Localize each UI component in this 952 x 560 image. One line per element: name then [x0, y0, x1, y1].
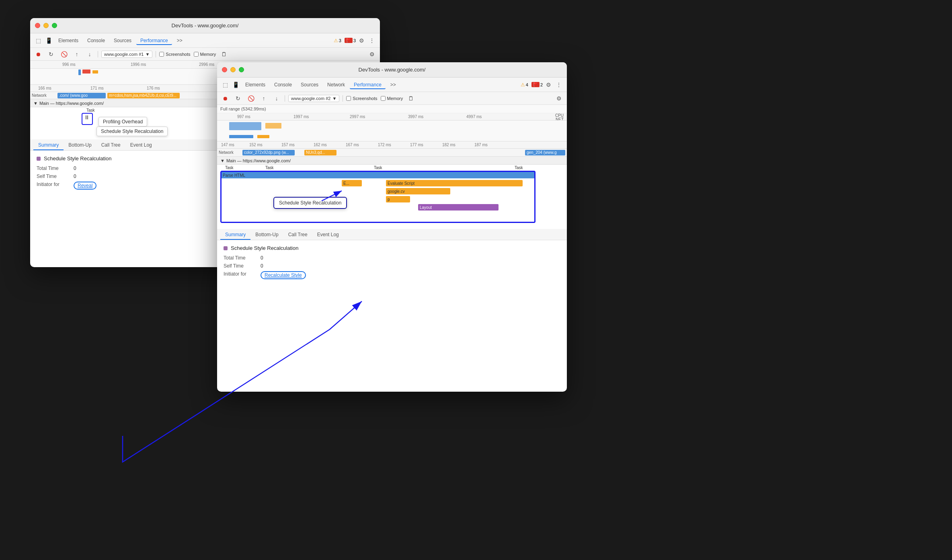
tab-call-tree-1[interactable]: Call Tree [96, 141, 125, 150]
separator-2 [156, 51, 156, 57]
record-button-2[interactable]: ⏺ [220, 94, 230, 103]
tab-bottom-up-1[interactable]: Bottom-Up [64, 141, 96, 150]
summary-panel-2: Schedule Style Recalculation Total Time … [217, 240, 567, 286]
more-button-1[interactable]: ⋮ [367, 36, 377, 45]
network-label-2: Network [219, 150, 241, 155]
tab-sources-2[interactable]: Sources [297, 80, 322, 89]
close-button-2[interactable] [222, 67, 227, 72]
warning-count-1: 3 [339, 38, 341, 43]
tabs-toolbar-2: ⬚ 📱 Elements Console Sources Network Per… [217, 78, 567, 92]
screenshots-checkbox-2[interactable]: Screenshots [346, 96, 377, 101]
tab-summary-2[interactable]: Summary [220, 230, 250, 240]
det-182: 182 ms [442, 143, 455, 147]
network-right-2: gen_204 (www.g [527, 150, 557, 155]
tab-event-log-2[interactable]: Event Log [312, 230, 344, 240]
cpu-bar-1 [229, 122, 261, 130]
det-177: 177 ms [410, 143, 423, 147]
det-167: 167 ms [346, 143, 359, 147]
total-time-value-2: 0 [261, 255, 263, 261]
flame-chart-2[interactable]: Task Task Task Task Parse HTML E... Eval… [217, 165, 567, 229]
minimize-button-1[interactable] [43, 23, 49, 28]
task-lbl-3: Task [374, 166, 382, 170]
target-selector-2[interactable]: www.google.com #2 ▼ [288, 95, 339, 102]
title-bar-1: DevTools - www.google.com/ [30, 18, 380, 33]
ovr-2997: 2997 ms [350, 114, 365, 119]
total-time-label-1: Total Time [37, 166, 69, 171]
flame-highlight-box [220, 171, 536, 223]
upload-button-1[interactable]: ↑ [72, 49, 82, 59]
ovr-4997: 4997 ms [466, 114, 482, 119]
tab-console-2[interactable]: Console [270, 80, 296, 89]
tab-performance-2[interactable]: Performance [350, 80, 386, 89]
target-selector-1[interactable]: www.google.com #1 ▼ [101, 51, 152, 58]
tab-bottom-up-2[interactable]: Bottom-Up [250, 230, 283, 240]
separator-1 [98, 51, 98, 57]
upload-button-2[interactable]: ↑ [259, 94, 269, 103]
tab-elements-2[interactable]: Elements [241, 80, 269, 89]
tabs-toolbar-1: ⬚ 📱 Elements Console Sources Performance… [30, 33, 380, 48]
memory-checkbox-1[interactable]: Memory [194, 52, 216, 57]
screenshots-input-2[interactable] [346, 96, 351, 101]
title-bar-2: DevTools - www.google.com/ [217, 62, 567, 78]
memory-icon-2[interactable]: 🗒 [406, 94, 416, 103]
memory-input-2[interactable] [381, 96, 386, 101]
inspect-icon[interactable]: ⬚ [33, 36, 43, 45]
network-file-2: color_272x92dp.png (w... [244, 150, 289, 155]
tab-summary-1[interactable]: Summary [33, 141, 64, 150]
self-time-row-2: Self Time 0 [224, 263, 560, 269]
clear-button-2[interactable]: 🚫 [246, 94, 256, 103]
error-icon-1: 🚩 [345, 38, 353, 43]
summary-title-row-2: Schedule Style Recalculation [224, 245, 560, 251]
maximize-button-1[interactable] [52, 23, 57, 28]
settings-button-2[interactable]: ⚙ [544, 80, 553, 90]
screenshots-checkbox-1[interactable]: Screenshots [159, 52, 190, 57]
screenshots-input-1[interactable] [159, 52, 164, 57]
window-title-1: DevTools - www.google.com/ [172, 22, 239, 29]
tab-call-tree-2[interactable]: Call Tree [283, 230, 312, 240]
time-ruler-overview-2: 997 ms 1997 ms 2997 ms 3997 ms 4997 ms C… [217, 113, 567, 121]
self-time-value-1: 0 [74, 174, 76, 179]
memory-input-1[interactable] [194, 52, 199, 57]
network-segment-params: m=cdos,hsm,jsa,mb4ZUb,d,csi,cEt9... [107, 93, 180, 98]
inspect-icon-2[interactable]: ⬚ [220, 80, 230, 90]
device-icon[interactable]: 📱 [44, 36, 53, 45]
tab-performance-1[interactable]: Performance [136, 36, 172, 45]
initiator-label-2: Initiator for [224, 271, 256, 279]
capture-settings-2[interactable]: ⚙ [554, 94, 564, 103]
time-mark-176: 176 ms [147, 86, 160, 90]
memory-icon-1[interactable]: 🗒 [219, 49, 229, 59]
device-icon-2[interactable]: 📱 [231, 80, 240, 90]
initiator-label-1: Initiator for [37, 182, 69, 190]
warning-badge-2: ⚠ 4 [521, 82, 528, 88]
download-button-1[interactable]: ↓ [85, 49, 94, 59]
reload-button-2[interactable]: ↻ [233, 94, 243, 103]
memory-checkbox-2[interactable]: Memory [381, 96, 403, 101]
minimize-button-2[interactable] [230, 67, 236, 72]
reveal-link-1[interactable]: Reveal [74, 182, 96, 190]
task-label-1: Task [86, 108, 95, 112]
tab-sources-1[interactable]: Sources [110, 36, 135, 45]
layout-bar: Layout [418, 204, 499, 211]
tab-network-2[interactable]: Network [323, 80, 349, 89]
maximize-button-2[interactable] [239, 67, 244, 72]
full-range-label-2: Full range (5342.99ms) [217, 105, 567, 113]
total-time-label-2: Total Time [224, 255, 256, 261]
record-button-1[interactable]: ⏺ [33, 49, 43, 59]
pause-highlight-box: ⏸ [82, 113, 93, 125]
tab-more-1[interactable]: >> [173, 36, 187, 45]
settings-button-1[interactable]: ⚙ [357, 36, 366, 45]
download-button-2[interactable]: ↓ [272, 94, 281, 103]
close-button-1[interactable] [35, 23, 40, 28]
tab-event-log-1[interactable]: Event Log [125, 141, 157, 150]
more-button-2[interactable]: ⋮ [554, 80, 564, 90]
clear-button-1[interactable]: 🚫 [59, 49, 69, 59]
tab-console-1[interactable]: Console [83, 36, 109, 45]
tab-more-2[interactable]: >> [386, 80, 400, 89]
schedule-style-tooltip: Schedule Style Recalculation [96, 127, 168, 136]
reload-button-1[interactable]: ↻ [46, 49, 56, 59]
tab-elements-1[interactable]: Elements [54, 36, 82, 45]
task-lbl-2: Task [265, 166, 274, 170]
profiling-overhead-label: Profiling Overhead [103, 119, 143, 125]
recalculate-link-2[interactable]: Recalculate Style [261, 271, 306, 279]
capture-settings-1[interactable]: ⚙ [367, 49, 377, 59]
